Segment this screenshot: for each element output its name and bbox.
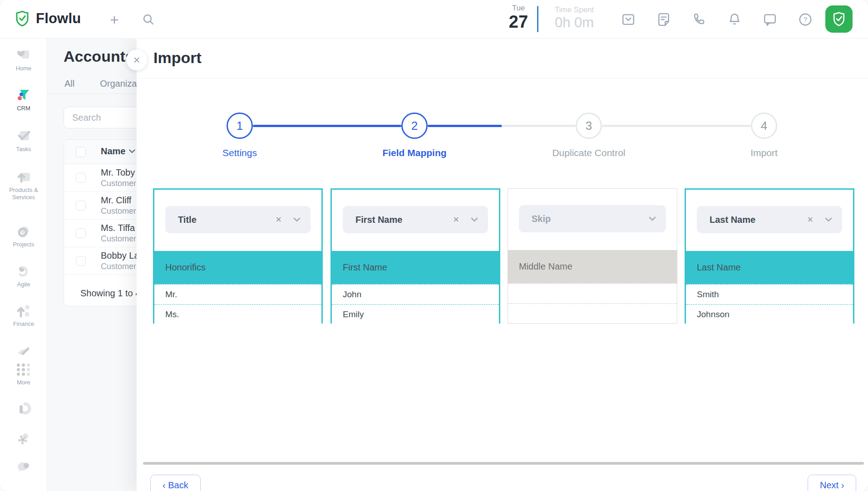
sidebar-item-agile[interactable]: Agile xyxy=(0,264,47,288)
products-box-icon xyxy=(0,169,47,185)
flowlu-shield-icon xyxy=(14,10,31,27)
sidebar-item-projects[interactable]: Projects xyxy=(0,224,47,248)
step-3-circle[interactable]: 3 xyxy=(576,113,602,139)
row-checkbox[interactable] xyxy=(76,256,86,266)
field-select-last-name[interactable]: Last Name × xyxy=(697,206,842,233)
projects-icon xyxy=(0,224,47,239)
chevron-down-icon[interactable] xyxy=(293,217,301,222)
step-3-label: Duplicate Control xyxy=(530,147,648,158)
chevron-down-icon[interactable] xyxy=(471,217,478,222)
import-header-divider xyxy=(137,78,868,79)
name-column-header[interactable]: Name xyxy=(101,146,125,157)
global-search-icon[interactable] xyxy=(140,11,157,28)
help-icon[interactable]: ? xyxy=(798,12,813,27)
chevron-down-icon[interactable] xyxy=(649,216,656,221)
calendar-weekday: Tue xyxy=(505,4,532,13)
source-column-header: Last Name xyxy=(686,251,853,284)
source-column-header: First Name xyxy=(332,251,499,284)
clear-selection-icon[interactable]: × xyxy=(807,215,813,225)
sidebar-item-finance[interactable]: Finance xyxy=(0,303,47,328)
calendar-day-number: 27 xyxy=(505,13,532,31)
sidebar-item-products[interactable]: Products & Services xyxy=(0,169,47,201)
row-checkbox[interactable] xyxy=(76,173,86,183)
select-all-checkbox[interactable] xyxy=(76,147,86,157)
row-checkbox[interactable] xyxy=(76,201,86,211)
field-select-skip[interactable]: Skip xyxy=(519,205,666,232)
step-2-circle[interactable]: 2 xyxy=(401,113,428,139)
brand-name: Flowlu xyxy=(36,10,81,27)
step-line-3-4 xyxy=(602,125,751,127)
date-divider xyxy=(537,6,538,32)
horizontal-scrollbar[interactable] xyxy=(143,462,864,465)
chevron-down-icon[interactable] xyxy=(825,217,832,222)
import-title: Import xyxy=(153,49,202,67)
table-footer-count: Showing 1 to 4 xyxy=(80,288,140,299)
mapping-column-last-name: Last Name × Last Name Smith Johnson xyxy=(685,188,854,324)
more-dots-icon xyxy=(0,362,47,377)
preview-row: Smith xyxy=(686,284,853,304)
svg-text:?: ? xyxy=(804,15,807,23)
preview-row xyxy=(508,303,677,323)
sidebar-item-pen[interactable] xyxy=(0,344,47,359)
tab-all[interactable]: All xyxy=(64,79,74,89)
phone-icon[interactable] xyxy=(691,12,707,27)
source-column-header: Middle Name xyxy=(508,250,677,283)
sidebar-item-crm[interactable]: CRM xyxy=(0,88,47,112)
tasks-check-icon xyxy=(0,128,47,144)
step-4-circle[interactable]: 4 xyxy=(751,113,777,139)
mapping-column-skip: Skip Middle Name xyxy=(508,188,677,324)
sidebar-nav: Home CRM Tasks Products & Services xyxy=(0,39,47,491)
calendar-date[interactable]: Tue 27 xyxy=(505,4,532,31)
notes-icon[interactable] xyxy=(656,12,671,27)
page-title: Accounts xyxy=(64,48,134,65)
sidebar-item-more[interactable]: More xyxy=(0,362,47,386)
sidebar-item-knowledge[interactable] xyxy=(0,402,47,417)
sidebar-item-home[interactable]: Home xyxy=(0,48,47,72)
import-panel: × Import 1 2 3 4 Settings Field Mapping … xyxy=(137,39,868,491)
preview-row: Emily xyxy=(332,304,499,324)
flowlu-logo[interactable]: Flowlu xyxy=(14,10,81,27)
field-select-title[interactable]: Title × xyxy=(165,206,311,233)
next-button[interactable]: Next › xyxy=(808,475,856,491)
create-button[interactable]: + xyxy=(106,11,123,28)
step-4-label: Import xyxy=(705,147,823,158)
preview-row xyxy=(508,283,677,303)
step-line-2-3 xyxy=(428,125,576,127)
support-chat-icon xyxy=(0,460,47,475)
notifications-bell-icon[interactable] xyxy=(727,12,742,27)
clear-selection-icon[interactable]: × xyxy=(276,215,281,225)
clear-selection-icon[interactable]: × xyxy=(453,215,459,225)
app-window: Flowlu + Tue 27 Time Spent 0h 0m xyxy=(0,0,868,491)
time-spent-label: Time Spent xyxy=(555,5,594,15)
step-1-circle[interactable]: 1 xyxy=(227,113,253,139)
step-2-label: Field Mapping xyxy=(355,147,473,158)
preview-row: Johnson xyxy=(686,304,853,324)
mapping-column-title: Title × Honorifics Mr. Ms. xyxy=(153,188,323,324)
step-line-1-2 xyxy=(253,125,401,127)
preview-row: John xyxy=(332,284,499,304)
pen-swoosh-icon xyxy=(0,344,47,359)
row-checkbox[interactable] xyxy=(76,228,86,238)
time-spent[interactable]: Time Spent 0h 0m xyxy=(555,5,594,31)
preview-row: Ms. xyxy=(154,304,321,324)
sort-chevron-icon[interactable] xyxy=(129,149,135,153)
top-header: Flowlu + Tue 27 Time Spent 0h 0m xyxy=(0,0,868,39)
source-column-header: Honorifics xyxy=(154,251,321,284)
user-avatar[interactable] xyxy=(825,5,853,33)
sidebar-item-support-chat[interactable] xyxy=(0,460,47,475)
field-select-first-name[interactable]: First Name × xyxy=(343,206,488,233)
sidebar-item-settings[interactable] xyxy=(0,431,47,447)
gear-icon xyxy=(0,431,47,447)
back-button[interactable]: ‹ Back xyxy=(150,475,201,491)
step-1-label: Settings xyxy=(181,147,299,158)
mail-icon[interactable] xyxy=(621,12,636,27)
home-icon xyxy=(0,48,47,63)
close-icon[interactable]: × xyxy=(126,49,147,70)
time-spent-value: 0h 0m xyxy=(555,15,594,31)
chat-icon[interactable] xyxy=(762,12,778,27)
mapping-column-first-name: First Name × First Name John Emily xyxy=(330,188,500,324)
flowlu-p-icon xyxy=(0,402,47,417)
finance-icon xyxy=(0,303,47,319)
sidebar-item-tasks[interactable]: Tasks xyxy=(0,128,47,153)
agile-icon xyxy=(0,264,47,279)
